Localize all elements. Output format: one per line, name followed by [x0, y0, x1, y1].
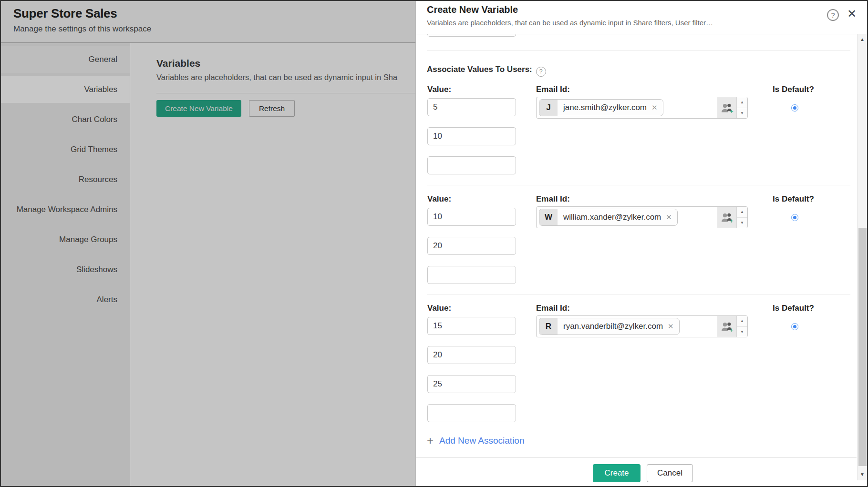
- create-button[interactable]: Create: [593, 464, 641, 482]
- panel-scroll-area: Associate Values To Users:? Value: Email…: [416, 34, 857, 457]
- value-input[interactable]: [427, 127, 516, 145]
- user-email: jane.smith@zylker.com: [558, 103, 651, 112]
- email-id-field[interactable]: J jane.smith@zylker.com ✕ + ▲: [536, 97, 748, 119]
- add-new-association-label: Add New Association: [439, 436, 525, 446]
- modal-overlay: [0, 0, 415, 487]
- truncated-field-above[interactable]: [427, 34, 516, 37]
- svg-text:+: +: [730, 326, 733, 332]
- email-column-label: Email Id:: [536, 85, 570, 94]
- avatar: J: [539, 99, 558, 116]
- user-spinner: ▲ ▼: [736, 97, 747, 118]
- avatar: R: [539, 318, 558, 335]
- scrollbar-thumb[interactable]: [858, 228, 867, 466]
- block-divider: [427, 294, 850, 294]
- value-input[interactable]: [427, 404, 516, 422]
- is-default-radio[interactable]: [791, 104, 798, 112]
- spinner-up-icon[interactable]: ▲: [737, 316, 747, 327]
- panel-title: Create New Variable: [427, 4, 518, 15]
- add-new-association-link[interactable]: + Add New Association: [427, 436, 525, 446]
- cancel-button[interactable]: Cancel: [647, 464, 693, 482]
- svg-text:+: +: [730, 108, 733, 113]
- is-default-radio[interactable]: [791, 214, 798, 221]
- add-users-icon: +: [721, 321, 734, 332]
- value-column-label: Value:: [427, 304, 451, 313]
- close-icon[interactable]: ✕: [847, 8, 857, 20]
- remove-user-icon[interactable]: ✕: [666, 213, 677, 222]
- spinner-up-icon[interactable]: ▲: [737, 207, 747, 218]
- value-input[interactable]: [427, 346, 516, 364]
- is-default-radio[interactable]: [791, 323, 798, 330]
- value-input[interactable]: [427, 208, 516, 226]
- remove-user-icon[interactable]: ✕: [651, 103, 663, 112]
- value-column-label: Value:: [427, 85, 451, 94]
- is-default-column-label: Is Default?: [773, 194, 814, 204]
- email-chip-area[interactable]: R ryan.vanderbilt@zylker.com ✕: [537, 316, 717, 337]
- add-users-icon: +: [721, 102, 734, 113]
- spinner-down-icon[interactable]: ▼: [737, 327, 747, 337]
- associate-values-label: Associate Values To Users:?: [427, 65, 546, 77]
- section-divider: [427, 50, 850, 51]
- value-input[interactable]: [427, 237, 516, 255]
- avatar: W: [539, 209, 558, 226]
- spinner-up-icon[interactable]: ▲: [737, 97, 747, 108]
- email-id-field[interactable]: R ryan.vanderbilt@zylker.com ✕ +: [536, 315, 748, 337]
- associate-help-icon[interactable]: ?: [536, 67, 546, 77]
- email-chip-area[interactable]: J jane.smith@zylker.com ✕: [537, 97, 717, 118]
- panel-header: Create New Variable Variables are placeh…: [416, 0, 868, 34]
- user-email: william.xander@zylker.com: [558, 213, 666, 222]
- add-users-button[interactable]: +: [717, 207, 736, 228]
- email-column-label: Email Id:: [536, 304, 570, 313]
- block-divider: [427, 185, 850, 185]
- user-spinner: ▲ ▼: [736, 316, 747, 337]
- panel-subtitle: Variables are placeholders, that can be …: [427, 19, 713, 27]
- value-input[interactable]: [427, 98, 516, 116]
- is-default-column-label: Is Default?: [773, 85, 814, 94]
- add-users-button[interactable]: +: [717, 316, 736, 337]
- value-input[interactable]: [427, 375, 516, 393]
- add-users-button[interactable]: +: [717, 97, 736, 118]
- add-users-icon: +: [721, 212, 734, 223]
- email-id-field[interactable]: W william.xander@zylker.com ✕ + ▲: [536, 206, 748, 228]
- remove-user-icon[interactable]: ✕: [668, 322, 679, 331]
- spinner-down-icon[interactable]: ▼: [737, 218, 747, 228]
- scrollbar-down-icon[interactable]: ▼: [858, 472, 867, 477]
- user-spinner: ▲ ▼: [736, 207, 747, 228]
- user-email: ryan.vanderbilt@zylker.com: [558, 322, 668, 331]
- panel-scrollbar[interactable]: ▲ ▼: [857, 34, 867, 480]
- spinner-down-icon[interactable]: ▼: [737, 108, 747, 119]
- is-default-column-label: Is Default?: [773, 304, 814, 313]
- value-column-label: Value:: [427, 194, 451, 204]
- help-icon[interactable]: ?: [827, 9, 839, 21]
- value-input[interactable]: [427, 156, 516, 174]
- email-chip-area[interactable]: W william.xander@zylker.com ✕: [537, 207, 717, 228]
- svg-text:+: +: [730, 217, 733, 223]
- user-chip: J jane.smith@zylker.com ✕: [539, 99, 663, 116]
- user-chip: W william.xander@zylker.com ✕: [539, 209, 678, 226]
- scrollbar-up-icon[interactable]: ▲: [858, 37, 867, 42]
- panel-footer: Create Cancel: [416, 457, 857, 487]
- plus-icon: +: [427, 436, 434, 446]
- value-input[interactable]: [427, 266, 516, 284]
- value-input[interactable]: [427, 317, 516, 335]
- create-variable-panel: Create New Variable Variables are placeh…: [415, 0, 868, 487]
- app-window: Super Store Sales Manage the settings of…: [0, 0, 868, 487]
- user-chip: R ryan.vanderbilt@zylker.com ✕: [539, 318, 680, 335]
- email-column-label: Email Id:: [536, 194, 570, 204]
